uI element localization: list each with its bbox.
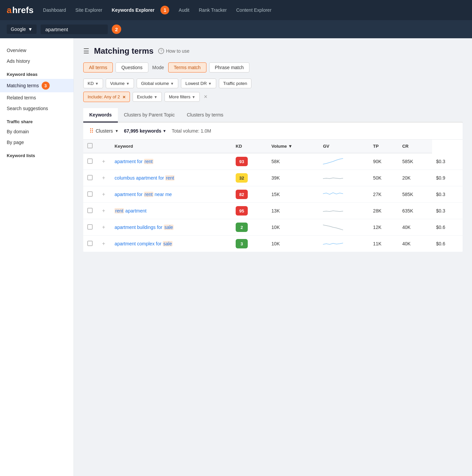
keyword-link[interactable]: apartment for rent near me bbox=[114, 192, 172, 197]
result-tab-clusters-terms[interactable]: Clusters by terms bbox=[181, 108, 229, 123]
volume-value: 13K bbox=[272, 208, 280, 213]
nav-audit[interactable]: Audit bbox=[179, 7, 189, 13]
filter-lowest-dr-label: Lowest DR bbox=[185, 81, 207, 86]
sidebar-item-by-domain[interactable]: By domain bbox=[0, 126, 74, 137]
tab-phrase-match[interactable]: Phrase match bbox=[209, 62, 249, 73]
keyword-link[interactable]: rent apartment bbox=[114, 208, 146, 213]
row-checkbox[interactable] bbox=[87, 224, 93, 230]
nav-dashboard[interactable]: Dashboard bbox=[43, 7, 66, 13]
gv-value: 50K bbox=[373, 175, 381, 181]
clusters-button[interactable]: ⠿ Clusters ▼ bbox=[89, 127, 119, 135]
keyword-text-part: apartment for bbox=[114, 192, 144, 197]
th-select-all[interactable] bbox=[83, 140, 97, 153]
menu-icon[interactable]: ☰ bbox=[83, 47, 89, 55]
sidebar-item-related-terms[interactable]: Related terms bbox=[0, 92, 74, 103]
exclude-label: Exclude bbox=[137, 94, 152, 99]
cr-value: $0.3 bbox=[436, 159, 445, 164]
logo[interactable]: a hrefs bbox=[7, 5, 34, 15]
more-filters-button[interactable]: More filters ▼ bbox=[164, 92, 200, 102]
keyword-text-part: apartment bbox=[124, 208, 146, 213]
keyword-highlight: rent bbox=[144, 159, 153, 164]
keyword-link[interactable]: apartment buildings for sale bbox=[114, 225, 174, 230]
total-volume: Total volume: 1.0M bbox=[172, 128, 211, 134]
clusters-icon: ⠿ bbox=[89, 127, 94, 135]
tab-terms-match[interactable]: Terms match bbox=[168, 62, 206, 73]
cr-value: $0.6 bbox=[436, 241, 445, 246]
nav-content-explorer[interactable]: Content Explorer bbox=[236, 7, 271, 13]
search-input[interactable] bbox=[41, 25, 108, 34]
exclude-filter-button[interactable]: Exclude ▼ bbox=[133, 92, 162, 102]
keyword-link[interactable]: columbus apartment for rent bbox=[114, 175, 175, 181]
row-checkbox-cell bbox=[83, 219, 97, 236]
tab-all-terms[interactable]: All terms bbox=[83, 62, 113, 73]
row-checkbox[interactable] bbox=[87, 158, 93, 164]
nav-rank-tracker[interactable]: Rank Tracker bbox=[199, 7, 227, 13]
nav-keywords-explorer[interactable]: Keywords Explorer bbox=[112, 7, 155, 13]
add-keyword-button[interactable]: + bbox=[101, 191, 106, 197]
sidebar-item-ads-history[interactable]: Ads history bbox=[0, 56, 74, 66]
add-keyword-button[interactable]: + bbox=[101, 241, 106, 246]
include-filter-clear[interactable]: × bbox=[123, 94, 126, 100]
keyword-highlight: rent bbox=[165, 175, 175, 181]
help-button[interactable]: ? How to use bbox=[158, 48, 189, 54]
keyword-cell: columbus apartment for rent bbox=[110, 170, 232, 186]
nav-site-explorer[interactable]: Site Explorer bbox=[76, 7, 102, 13]
sidebar-section-traffic-share: Traffic share bbox=[0, 114, 74, 126]
filter-traffic-potential[interactable]: Traffic poten bbox=[219, 79, 252, 88]
keyword-cell: apartment buildings for sale bbox=[110, 219, 232, 236]
select-all-checkbox[interactable] bbox=[87, 143, 93, 148]
gv-value: 12K bbox=[373, 225, 381, 230]
filter-volume[interactable]: Volume ▼ bbox=[106, 79, 134, 88]
kd-cell: 2 bbox=[232, 219, 268, 236]
add-keyword-button[interactable]: + bbox=[101, 175, 106, 181]
gv-value: 28K bbox=[373, 208, 381, 213]
add-keyword-button[interactable]: + bbox=[101, 224, 106, 230]
keyword-text-part: apartment complex for bbox=[114, 241, 162, 246]
cr-cell: $0.6 bbox=[432, 219, 463, 236]
tab-questions[interactable]: Questions bbox=[115, 62, 148, 73]
add-keyword-button[interactable]: + bbox=[101, 208, 106, 213]
add-keyword-button[interactable]: + bbox=[101, 158, 106, 164]
row-add-cell: + bbox=[97, 186, 110, 203]
row-checkbox[interactable] bbox=[87, 208, 93, 213]
keywords-count[interactable]: 67,995 keywords ▼ bbox=[124, 128, 166, 134]
row-checkbox-cell bbox=[83, 186, 97, 203]
sidebar-item-search-suggestions[interactable]: Search suggestions bbox=[0, 103, 74, 114]
th-gv: GV bbox=[319, 140, 369, 153]
sidebar-label-overview: Overview bbox=[7, 48, 26, 53]
sidebar-item-by-page[interactable]: By page bbox=[0, 137, 74, 148]
result-tab-keywords[interactable]: Keywords bbox=[83, 108, 118, 123]
cr-cell: $0.3 bbox=[432, 153, 463, 170]
mode-label: Mode bbox=[151, 65, 166, 70]
search-bar: Google ▼ 2 bbox=[0, 20, 472, 38]
volume-value: 58K bbox=[272, 159, 280, 164]
keyword-cell: apartment for rent bbox=[110, 153, 232, 170]
row-add-cell: + bbox=[97, 203, 110, 219]
volume-value: 39K bbox=[272, 175, 280, 181]
results-area: ⠿ Clusters ▼ 67,995 keywords ▼ Total vol… bbox=[83, 123, 463, 252]
gv-value: 90K bbox=[373, 159, 381, 164]
chevron-down-icon: ▼ bbox=[170, 82, 174, 86]
row-checkbox[interactable] bbox=[87, 191, 93, 197]
row-checkbox[interactable] bbox=[87, 175, 93, 180]
logo-a: a bbox=[7, 5, 11, 15]
row-checkbox[interactable] bbox=[87, 241, 93, 246]
th-volume[interactable]: Volume ▼ bbox=[268, 140, 319, 153]
page-header: ☰ Matching terms ? How to use bbox=[83, 46, 463, 56]
keyword-link[interactable]: apartment for rent bbox=[114, 159, 153, 164]
filter-kd[interactable]: KD ▼ bbox=[83, 79, 103, 88]
sidebar-item-matching-terms[interactable]: Matching terms 3 bbox=[0, 79, 74, 92]
logo-text: hrefs bbox=[12, 5, 34, 15]
clear-all-filters[interactable]: × bbox=[204, 93, 207, 100]
filter-global-volume[interactable]: Global volume ▼ bbox=[137, 79, 178, 88]
search-engine-button[interactable]: Google ▼ bbox=[7, 25, 37, 34]
gv-cell: 11K bbox=[369, 236, 398, 252]
th-tp: TP bbox=[369, 140, 398, 153]
sparkline-cell bbox=[319, 186, 369, 203]
result-tab-clusters-parent[interactable]: Clusters by Parent Topic bbox=[118, 108, 181, 123]
filter-lowest-dr[interactable]: Lowest DR ▼ bbox=[181, 79, 216, 88]
table-header-row: Keyword KD Volume ▼ GV TP CR bbox=[83, 140, 463, 153]
clusters-chevron: ▼ bbox=[115, 129, 119, 133]
sidebar-item-overview[interactable]: Overview bbox=[0, 45, 74, 56]
keyword-link[interactable]: apartment complex for sale bbox=[114, 241, 173, 246]
